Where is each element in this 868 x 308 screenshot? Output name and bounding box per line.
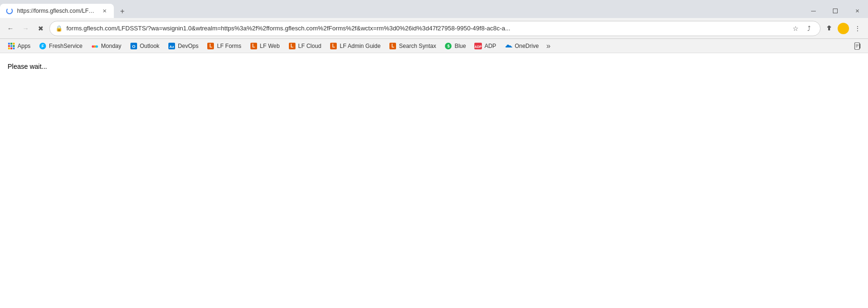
monday-icon bbox=[91, 42, 99, 50]
onedrive-icon bbox=[505, 42, 512, 50]
tab-title: https://forms.gflesch.com/LFDSS bbox=[17, 8, 97, 14]
bookmark-freshservice[interactable]: F FreshService bbox=[35, 41, 86, 51]
bookmark-lf-web[interactable]: L LF Web bbox=[246, 41, 284, 51]
blue-icon: $ bbox=[444, 42, 452, 50]
maximize-button[interactable] bbox=[824, 4, 846, 18]
adp-icon: ADP bbox=[474, 42, 482, 50]
profile-button[interactable] bbox=[837, 22, 850, 35]
forward-button[interactable]: → bbox=[19, 22, 32, 35]
bookmark-lf-forms[interactable]: L LF Forms bbox=[203, 41, 245, 51]
bookmark-adp-label: ADP bbox=[484, 43, 496, 49]
bookmark-onedrive[interactable]: OneDrive bbox=[501, 41, 543, 51]
back-button[interactable]: ← bbox=[4, 22, 17, 35]
settings-button[interactable]: ⋮ bbox=[851, 22, 864, 35]
reading-list-area bbox=[851, 39, 864, 53]
svg-rect-12 bbox=[859, 44, 860, 48]
minimize-button[interactable] bbox=[803, 4, 824, 18]
bookmark-freshservice-label: FreshService bbox=[49, 43, 83, 49]
address-text: forms.gflesch.com/LFDSSTS/?wa=wsignin1.0… bbox=[66, 25, 786, 32]
tab-close-button[interactable]: ✕ bbox=[101, 7, 108, 15]
devops-icon: Az bbox=[168, 42, 175, 50]
bookmark-search-syntax-label: Search Syntax bbox=[399, 43, 436, 49]
lf-cloud-icon: L bbox=[288, 42, 296, 50]
toolbar: ← → ✖ 🔒 forms.gflesch.com/LFDSSTS/?wa=ws… bbox=[0, 18, 868, 39]
bookmark-lf-forms-label: LF Forms bbox=[217, 43, 241, 49]
bookmark-adp[interactable]: ADP ADP bbox=[471, 41, 500, 51]
toolbar-right: ⋮ bbox=[822, 22, 864, 35]
svg-rect-0 bbox=[811, 11, 816, 11]
tab-favicon bbox=[6, 7, 13, 15]
svg-text:Az: Az bbox=[169, 45, 174, 49]
bookmark-search-syntax[interactable]: L Search Syntax bbox=[385, 41, 440, 51]
please-wait-text: Please wait... bbox=[8, 63, 47, 70]
lf-web-icon: L bbox=[250, 42, 258, 50]
bookmark-monday-label: Monday bbox=[101, 43, 121, 49]
freshservice-icon: F bbox=[39, 42, 46, 50]
page-content: Please wait... bbox=[0, 53, 868, 308]
svg-rect-1 bbox=[833, 9, 838, 13]
bookmark-lf-admin-guide-label: LF Admin Guide bbox=[340, 43, 380, 49]
bookmark-outlook-label: Outlook bbox=[140, 43, 159, 49]
active-tab[interactable]: https://forms.gflesch.com/LFDSS ✕ bbox=[0, 4, 114, 18]
bookmark-apps-label: Apps bbox=[18, 43, 30, 49]
bookmark-devops-label: DevOps bbox=[178, 43, 198, 49]
reading-list-button[interactable] bbox=[851, 39, 864, 53]
address-actions: ☆ ⤴ bbox=[790, 23, 814, 34]
bookmark-lf-cloud-label: LF Cloud bbox=[298, 43, 322, 49]
new-tab-button[interactable]: + bbox=[116, 5, 129, 18]
bookmarks-bar: Apps F FreshService Monday bbox=[0, 39, 868, 53]
close-button[interactable]: ✕ bbox=[846, 4, 868, 18]
profile-avatar bbox=[838, 23, 849, 34]
apps-grid-icon bbox=[8, 42, 15, 50]
outlook-icon: O bbox=[130, 42, 138, 50]
chrome-window: https://forms.gflesch.com/LFDSS ✕ + ✕ ← … bbox=[0, 0, 868, 53]
svg-text:ADP: ADP bbox=[475, 45, 482, 48]
bookmark-lf-web-label: LF Web bbox=[260, 43, 280, 49]
bookmark-apps[interactable]: Apps bbox=[4, 41, 34, 51]
bookmark-onedrive-label: OneDrive bbox=[515, 43, 539, 49]
bookmark-monday[interactable]: Monday bbox=[87, 41, 125, 51]
bookmark-devops[interactable]: Az DevOps bbox=[164, 41, 202, 51]
svg-point-4 bbox=[96, 45, 98, 47]
lf-admin-guide-icon: L bbox=[330, 42, 337, 50]
bookmark-outlook[interactable]: O Outlook bbox=[126, 41, 163, 51]
svg-text:O: O bbox=[132, 44, 135, 49]
bookmark-blue[interactable]: $ Blue bbox=[441, 41, 470, 51]
bookmark-lf-admin-guide[interactable]: L LF Admin Guide bbox=[326, 41, 384, 51]
more-bookmarks-button[interactable]: » bbox=[544, 40, 554, 52]
window-controls: ✕ bbox=[803, 4, 868, 18]
bookmark-blue-label: Blue bbox=[454, 43, 466, 49]
bookmark-lf-cloud[interactable]: L LF Cloud bbox=[285, 41, 325, 51]
bookmark-star-button[interactable]: ☆ bbox=[790, 23, 801, 34]
lf-forms-icon: L bbox=[207, 42, 214, 50]
search-syntax-icon: L bbox=[389, 42, 397, 50]
address-bar[interactable]: 🔒 forms.gflesch.com/LFDSSTS/?wa=wsignin1… bbox=[49, 21, 821, 36]
reload-button[interactable]: ✖ bbox=[34, 22, 47, 35]
tab-bar: https://forms.gflesch.com/LFDSS ✕ + ✕ bbox=[0, 0, 868, 18]
lock-icon: 🔒 bbox=[55, 25, 63, 32]
share-button[interactable]: ⤴ bbox=[803, 23, 814, 34]
extensions-button[interactable] bbox=[822, 22, 836, 35]
